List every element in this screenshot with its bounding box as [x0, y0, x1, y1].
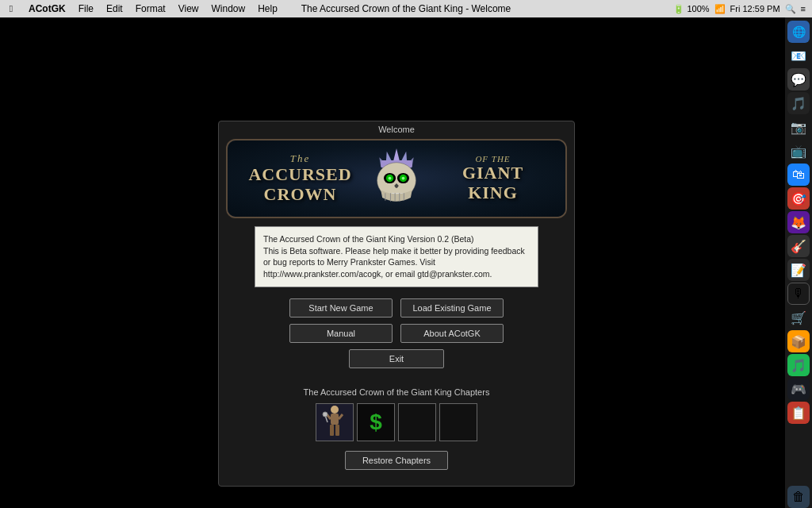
exit-button[interactable]: Exit — [349, 349, 444, 368]
dock-icon-9[interactable]: 📋 — [787, 402, 810, 424]
dock-icon-1[interactable]: 🎯 — [787, 187, 810, 210]
restore-chapters-button[interactable]: Restore Chapters — [345, 451, 448, 470]
menubar-right: 🔋 100% 📶 Fri 12:59 PM 🔍 ≡ — [673, 4, 812, 14]
menubar:  ACotGK File Edit Format View Window He… — [0, 0, 812, 17]
chapter-1-thumb[interactable] — [316, 403, 354, 441]
edit-menu[interactable]: Edit — [100, 0, 129, 17]
view-menu[interactable]: View — [172, 0, 205, 17]
chapters-label: The Accursed Crown of the Giant King Cha… — [304, 387, 490, 397]
menubar-left:  ACotGK File Edit Format View Window He… — [0, 0, 284, 17]
svg-point-30 — [323, 412, 327, 417]
button-row-2: Manual About ACotGK — [289, 324, 504, 343]
dock-icon-messages[interactable]: 💬 — [787, 68, 810, 90]
banner-king: KING — [428, 183, 557, 203]
control-center-icon[interactable]: ≡ — [801, 4, 806, 13]
desktop: Welcome The ACCURSED CROWN — [0, 17, 785, 508]
wifi-icon: 📶 — [714, 4, 726, 14]
format-menu[interactable]: Format — [129, 0, 172, 17]
dock-icon-5[interactable]: 🎙 — [787, 283, 810, 305]
about-button[interactable]: About ACotGK — [400, 324, 504, 343]
svg-marker-0 — [393, 148, 400, 160]
help-menu[interactable]: Help — [251, 0, 284, 17]
svg-point-13 — [402, 177, 405, 180]
skull-logo — [365, 147, 428, 210]
dock-icon-steam[interactable]: 🎮 — [787, 378, 810, 400]
game-banner: The ACCURSED CROWN — [226, 139, 567, 218]
svg-point-12 — [389, 177, 392, 180]
dock-icon-3[interactable]: 🎸 — [787, 235, 810, 257]
dock-icon-7[interactable]: 📦 — [787, 330, 810, 352]
chapter-2-thumb[interactable]: $ — [357, 403, 395, 441]
app-menu-name[interactable]: ACotGK — [22, 0, 72, 17]
banner-accursed: ACCURSED — [236, 165, 365, 184]
svg-marker-2 — [401, 152, 408, 162]
window-title: The Accursed Crown of the Giant King - W… — [301, 3, 511, 14]
battery-indicator: 🔋 100% — [673, 4, 709, 14]
dock-icon-tv[interactable]: 📺 — [787, 140, 810, 162]
chapter-3-thumb[interactable] — [398, 403, 436, 441]
start-new-game-button[interactable]: Start New Game — [289, 298, 393, 318]
file-menu[interactable]: File — [72, 0, 100, 17]
svg-line-26 — [339, 414, 343, 419]
welcome-window: Welcome The ACCURSED CROWN — [218, 121, 575, 487]
dock-icon-6[interactable]: 🛒 — [787, 306, 810, 329]
window-tab: Welcome — [219, 121, 574, 139]
chapters-row: $ — [316, 403, 477, 441]
svg-rect-24 — [331, 414, 339, 425]
dock-icon-mail[interactable]: 📧 — [787, 44, 810, 67]
dock-icon-photos[interactable]: 📷 — [787, 116, 810, 138]
dock-icon-appstore[interactable]: 🛍 — [787, 164, 810, 186]
search-icon[interactable]: 🔍 — [785, 4, 796, 14]
svg-marker-1 — [386, 152, 393, 162]
info-text: The Accursed Crown of the Giant King Ver… — [263, 234, 525, 279]
info-text-box: The Accursed Crown of the Giant King Ver… — [255, 226, 538, 287]
svg-rect-28 — [335, 425, 339, 436]
banner-text-right: OF THE GIANT KING — [428, 154, 565, 203]
chapter-4-thumb[interactable] — [439, 403, 477, 441]
dock-icon-music[interactable]: 🎵 — [787, 92, 810, 114]
banner-crown: CROWN — [236, 184, 365, 205]
manual-button[interactable]: Manual — [289, 324, 393, 343]
banner-the: The — [236, 152, 365, 165]
dock-icon-8[interactable]: 🎵 — [787, 354, 810, 376]
clock: Fri 12:59 PM — [730, 4, 780, 13]
dock-icon-10[interactable]: 🗑 — [787, 486, 810, 508]
dock-icon-2[interactable]: 🦊 — [787, 211, 810, 233]
dock: 🌐 📧 💬 🎵 📷 📺 🛍 🎯 🦊 🎸 📝 🎙 🛒 📦 🎵 🎮 📋 🗑 — [785, 17, 812, 508]
dock-icon-finder[interactable]: 🌐 — [787, 21, 810, 43]
dock-icon-4[interactable]: 📝 — [787, 259, 810, 281]
load-existing-game-button[interactable]: Load Existing Game — [400, 298, 504, 318]
banner-text-left: The ACCURSED CROWN — [228, 152, 365, 205]
exit-row: Exit — [349, 349, 444, 381]
svg-rect-27 — [330, 425, 334, 436]
svg-point-23 — [331, 406, 339, 414]
apple-menu[interactable]:  — [0, 0, 22, 17]
dollar-icon: $ — [370, 410, 382, 435]
window-menu[interactable]: Window — [205, 0, 252, 17]
banner-giant: GIANT — [428, 164, 557, 183]
button-row-1: Start New Game Load Existing Game — [289, 298, 504, 318]
